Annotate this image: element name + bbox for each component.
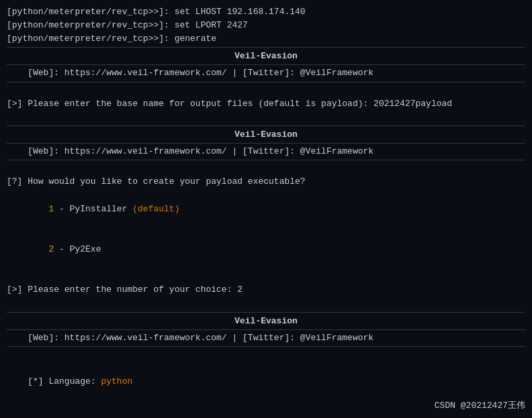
blank-line-5 (7, 297, 525, 311)
divider-8 (7, 329, 525, 330)
option-2-line: 2 - Py2Exe (7, 229, 525, 270)
divider-3 (7, 82, 525, 83)
banner-3-block: Veil-Evasion (7, 314, 525, 328)
banner-2-block: Veil-Evasion (7, 127, 525, 142)
banner-2-title: Veil-Evasion (234, 129, 298, 140)
option-1-num: 1 (28, 204, 54, 214)
blank-line-6 (7, 348, 525, 362)
option-2-dash: - Py2Exe (54, 244, 101, 254)
prompt-line-1: [python/meterpreter/rev_tcp>>]: set LHOS… (7, 5, 525, 19)
divider-4 (7, 125, 525, 126)
question-1: [?] How would you like to create your pa… (7, 175, 525, 189)
prompt-line-2: [python/meterpreter/rev_tcp>>]: set LPOR… (7, 19, 525, 32)
blank-line-4 (7, 270, 525, 283)
divider-5 (7, 143, 525, 144)
banner-3-web: [Web]: https://www.veil-framework.com/ |… (7, 331, 525, 345)
input-line-2: [>] Please enter the number of your choi… (7, 283, 525, 297)
prompt-line-3: [python/meterpreter/rev_tcp>>]: generate (7, 32, 525, 46)
language-value: python (101, 376, 132, 386)
divider-9 (7, 346, 525, 347)
terminal: [python/meterpreter/rev_tcp>>]: set LHOS… (0, 0, 532, 418)
banner-3-title: Veil-Evasion (234, 316, 298, 326)
blank-line-2 (7, 111, 525, 124)
option-1-line: 1 - PyInstaller (default) (7, 189, 525, 229)
language-line: [*] Language: python (7, 362, 525, 402)
banner-1-title: Veil-Evasion (234, 51, 298, 61)
input-line-1: [>] Please enter the base name for outpu… (7, 97, 525, 111)
divider-6 (7, 160, 525, 160)
option-1-dash: - PyInstaller (54, 204, 132, 214)
language-label: [*] Language: (28, 376, 101, 386)
blank-line-1 (7, 84, 525, 97)
banner-1-block: Veil-Evasion (7, 49, 525, 63)
blank-line-3 (7, 162, 525, 175)
watermark: CSDN @20212427王伟 (435, 399, 525, 411)
banner-2-web: [Web]: https://www.veil-framework.com/ |… (7, 145, 525, 158)
divider-2 (7, 64, 525, 65)
divider-1 (7, 47, 525, 48)
option-2-num: 2 (28, 244, 54, 254)
option-1-default: (default) (132, 204, 179, 214)
divider-7 (7, 312, 525, 313)
banner-1-web: [Web]: https://www.veil-framework.com/ |… (7, 66, 525, 80)
